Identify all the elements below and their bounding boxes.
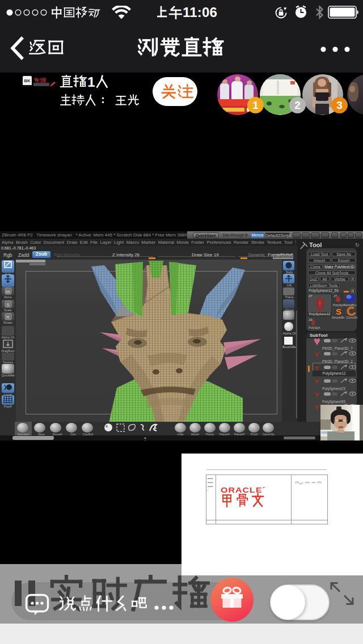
- svg-text:R: R: [6, 315, 10, 320]
- svg-text:1: 1: [87, 75, 95, 90]
- svg-text:S: S: [7, 302, 10, 307]
- svg-text:M: M: [6, 289, 10, 294]
